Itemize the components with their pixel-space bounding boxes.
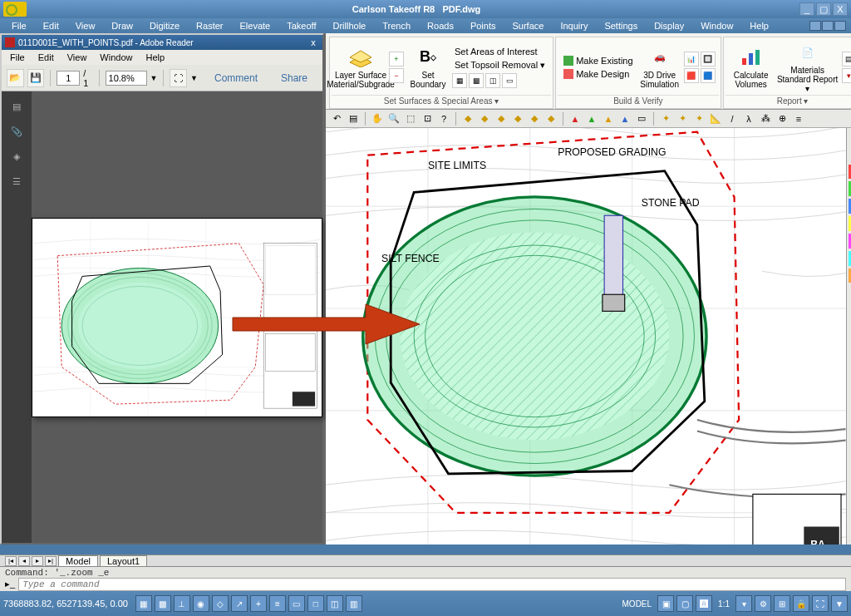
- make-existing-button[interactable]: Make Existing: [561, 55, 635, 67]
- status-sc-icon[interactable]: □: [307, 595, 324, 612]
- status-extra1-icon[interactable]: ◫: [327, 595, 343, 612]
- tb-rect-icon[interactable]: ▭: [634, 111, 649, 126]
- tb-surf3-icon[interactable]: ◆: [494, 111, 509, 126]
- adobe-menu-edit[interactable]: Edit: [33, 52, 59, 63]
- adobe-menu-window[interactable]: Window: [95, 52, 137, 63]
- adobe-document-area[interactable]: [32, 91, 322, 543]
- tb-surf2-icon[interactable]: ◆: [477, 111, 492, 126]
- menu-takeoff[interactable]: Takeoff: [280, 20, 322, 32]
- menu-view[interactable]: View: [69, 20, 102, 32]
- tb-poly-icon[interactable]: λ: [741, 111, 756, 126]
- status-grid-icon[interactable]: ▩: [155, 595, 171, 612]
- tb-zoom-icon[interactable]: 🔍: [386, 111, 401, 126]
- menu-elevate[interactable]: Elevate: [234, 20, 278, 32]
- menu-draw[interactable]: Draw: [105, 20, 140, 32]
- tab-layout1[interactable]: Layout1: [100, 555, 147, 566]
- tb-measure-icon[interactable]: 📐: [708, 111, 723, 126]
- menu-raster[interactable]: Raster: [189, 20, 229, 32]
- tb-grn1-icon[interactable]: ▲: [584, 111, 599, 126]
- tb-dig1-icon[interactable]: ✦: [658, 111, 673, 126]
- status-polar-icon[interactable]: ◉: [193, 595, 209, 612]
- menu-help[interactable]: Help: [743, 20, 775, 32]
- status-qp-icon[interactable]: ▭: [288, 595, 305, 612]
- surf-icon-4[interactable]: ▭: [502, 73, 517, 88]
- menu-inquiry[interactable]: Inquiry: [553, 20, 594, 32]
- layer-surface-button[interactable]: Layer Surface Material/Subgrade: [335, 42, 386, 93]
- adobe-share-button[interactable]: Share: [271, 72, 317, 84]
- adobe-zoom-input[interactable]: [106, 71, 147, 86]
- set-areas-of-interest-button[interactable]: Set Areas of Interest: [452, 46, 548, 57]
- status-ws-icon[interactable]: ⊞: [774, 595, 790, 612]
- calculate-volumes-button[interactable]: Calculate Volumes: [729, 42, 774, 93]
- ribbon-caption-report[interactable]: Report ▾: [726, 95, 851, 106]
- tb-org1-icon[interactable]: ▲: [601, 111, 616, 126]
- menu-window[interactable]: Window: [694, 20, 740, 32]
- status-lock-icon[interactable]: 🔒: [793, 595, 809, 612]
- status-dyn-icon[interactable]: +: [250, 595, 267, 612]
- tb-dig3-icon[interactable]: ✦: [691, 111, 706, 126]
- adobe-menu-help[interactable]: Help: [140, 52, 170, 63]
- tb-surf6-icon[interactable]: ◆: [544, 111, 558, 126]
- adobe-menu-file[interactable]: File: [5, 52, 30, 63]
- surf-icon-2[interactable]: ▩: [469, 73, 484, 88]
- tb-undo-icon[interactable]: ↶: [329, 111, 344, 126]
- set-boundary-button[interactable]: B◇ Set Boundary: [406, 42, 450, 93]
- status-scale[interactable]: 1:1: [715, 599, 733, 609]
- status-model-label[interactable]: MODEL: [619, 599, 656, 609]
- status-otrack-icon[interactable]: ↗: [231, 595, 248, 612]
- status-snap-icon[interactable]: ▦: [135, 595, 152, 612]
- report-extra-icon-1[interactable]: ▤: [842, 52, 851, 67]
- tb-zoomext-icon[interactable]: ⊡: [420, 111, 435, 126]
- 3d-drive-button[interactable]: 🚗 3D Drive Simulation: [638, 42, 681, 93]
- ribbon-caption-surfaces[interactable]: Set Surfaces & Special Areas ▾: [332, 95, 551, 106]
- drawing-canvas[interactable]: BA SITE LIMITSPROPOSED GRADING SILT FENC…: [326, 128, 846, 545]
- report-extra-icon-2[interactable]: ▾: [842, 68, 851, 83]
- doc-close-button[interactable]: [834, 21, 846, 31]
- menu-file[interactable]: File: [5, 20, 33, 32]
- tab-first-button[interactable]: |◂: [5, 556, 17, 566]
- menu-roads[interactable]: Roads: [421, 20, 460, 32]
- close-button[interactable]: X: [833, 2, 848, 16]
- tb-surf5-icon[interactable]: ◆: [527, 111, 542, 126]
- verify-icon-1[interactable]: 📊: [684, 52, 699, 67]
- verify-icon-4[interactable]: 🟦: [701, 68, 716, 83]
- tb-surf4-icon[interactable]: ◆: [510, 111, 525, 126]
- maximize-button[interactable]: ▢: [816, 2, 831, 16]
- menu-settings[interactable]: Settings: [598, 20, 644, 32]
- remove-layer-icon[interactable]: −: [389, 68, 404, 83]
- status-extra2-icon[interactable]: ▥: [346, 595, 362, 612]
- menu-surface[interactable]: Surface: [505, 20, 550, 32]
- minimize-button[interactable]: _: [799, 2, 814, 16]
- adobe-fit-button[interactable]: ⛶: [170, 69, 187, 87]
- tb-surf1-icon[interactable]: ◆: [460, 111, 475, 126]
- status-ortho-icon[interactable]: ⊥: [174, 595, 190, 612]
- menu-drillhole[interactable]: Drillhole: [327, 20, 373, 32]
- status-gear-icon[interactable]: ⚙: [755, 595, 771, 612]
- adobe-zoom-dropdown-icon[interactable]: ▼: [150, 74, 158, 82]
- command-input[interactable]: [18, 578, 846, 591]
- adobe-open-button[interactable]: 📂: [7, 69, 24, 87]
- status-scale-dropdown-icon[interactable]: ▾: [735, 595, 752, 612]
- tb-pan-icon[interactable]: ✋: [370, 111, 385, 126]
- adobe-save-button[interactable]: 💾: [27, 69, 45, 87]
- tb-point-icon[interactable]: ⁂: [758, 111, 773, 126]
- adobe-bookmarks-icon[interactable]: ☰: [8, 173, 25, 190]
- menu-points[interactable]: Points: [464, 20, 503, 32]
- make-design-button[interactable]: Make Design: [561, 68, 635, 80]
- tb-extra-icon[interactable]: ⊕: [775, 111, 790, 126]
- status-clean-icon[interactable]: ▼: [831, 595, 848, 612]
- tab-last-button[interactable]: ▸|: [45, 556, 57, 566]
- adobe-layers-icon[interactable]: ◈: [8, 148, 25, 165]
- status-max-icon[interactable]: ⛶: [812, 595, 829, 612]
- doc-minimize-button[interactable]: [809, 21, 821, 31]
- tab-model[interactable]: Model: [58, 555, 98, 566]
- adobe-pages-icon[interactable]: ▤: [8, 98, 25, 115]
- set-topsoil-removal-button[interactable]: Set Topsoil Removal ▾: [452, 59, 548, 71]
- adobe-menu-view[interactable]: View: [62, 52, 92, 63]
- verify-icon-2[interactable]: 🔲: [701, 52, 716, 67]
- surf-icon-1[interactable]: ▦: [452, 73, 467, 88]
- tb-dig2-icon[interactable]: ✦: [675, 111, 690, 126]
- status-osnap-icon[interactable]: ◇: [212, 595, 229, 612]
- verify-icon-3[interactable]: 🟥: [684, 68, 699, 83]
- tb-line-icon[interactable]: /: [725, 111, 740, 126]
